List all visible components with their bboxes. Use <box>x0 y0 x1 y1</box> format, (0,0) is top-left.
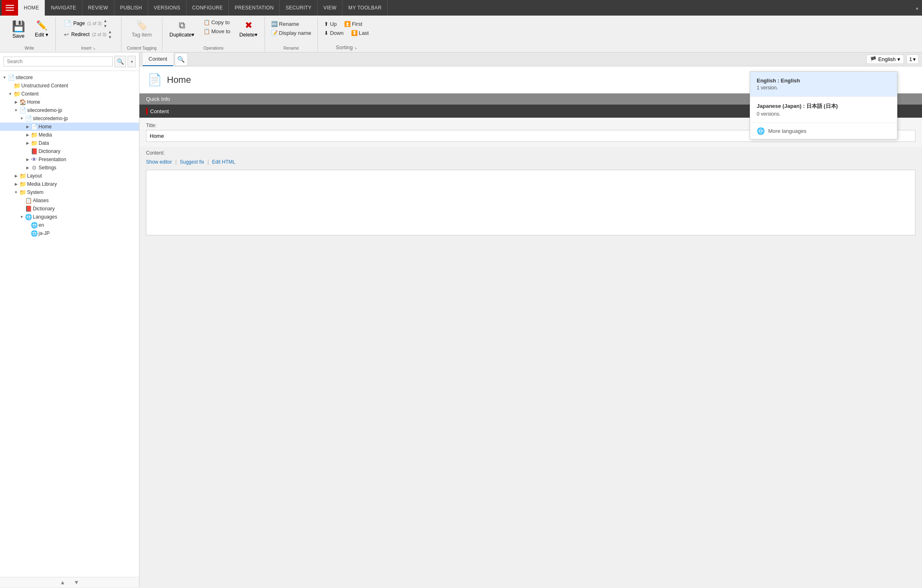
menu-tab-mytoolbar[interactable]: MY TOOLBAR <box>342 0 388 16</box>
menu-tab-home[interactable]: HOME <box>18 0 45 16</box>
label-data: Data <box>39 140 49 146</box>
expander-media[interactable]: ▶ <box>25 132 30 138</box>
tree-item-layout[interactable]: ▶ 📁 Layout <box>0 172 139 180</box>
tree-item-languages[interactable]: ▼ 🌐 Languages <box>0 213 139 221</box>
page-down-arrow[interactable]: ▼ <box>103 23 108 29</box>
expander-system[interactable]: ▼ <box>13 189 19 195</box>
tree-item-media-library[interactable]: ▶ 📁 Media Library <box>0 180 139 188</box>
copy-to-button[interactable]: 📋 Copy to <box>201 18 233 27</box>
tree-item-settings[interactable]: ▶ ⚙ Settings <box>0 164 139 172</box>
tree-item-sitecoredemo-jp-l3[interactable]: ▼ 📄 sitecoredemo-jp <box>0 114 139 123</box>
content-area: Content 🔍 🏴 English ▾ 1 ▾ 📄 Home Quick I… <box>139 52 922 587</box>
move-to-button[interactable]: 📋 Move to <box>201 27 233 36</box>
sidebar-scroll-down[interactable]: ▼ <box>74 579 80 586</box>
icon-content-home: 🏠 <box>19 99 26 105</box>
expander-content[interactable]: ▼ <box>7 91 13 97</box>
lang-popup-english[interactable]: English : English 1 version. <box>750 72 897 97</box>
menu-tab-view[interactable]: VIEW <box>317 0 342 16</box>
tree-item-home-selected[interactable]: ▶ 📄 Home <box>0 123 139 131</box>
redirect-down-arrow[interactable]: ▼ <box>107 34 113 40</box>
expander-unstructured[interactable] <box>7 83 13 89</box>
tree-item-en[interactable]: 🌐 en <box>0 221 139 229</box>
tag-item-button[interactable]: 🏷️ Tag item <box>128 18 155 40</box>
expander-settings[interactable]: ▶ <box>25 165 30 171</box>
icon-media-library: 📁 <box>19 181 26 187</box>
expander-home-selected[interactable]: ▶ <box>25 124 30 130</box>
language-selector[interactable]: 🏴 English ▾ <box>866 55 904 64</box>
lang-popup-japanese[interactable]: Japanese (Japan) : 日本語 (日本) 0 versions. <box>750 97 897 123</box>
search-button[interactable]: 🔍 <box>114 56 126 67</box>
label-presentation: Presentation <box>39 157 66 162</box>
sidebar-scroll-up[interactable]: ▲ <box>60 579 66 586</box>
tree-item-content[interactable]: ▼ 📁 Content <box>0 90 139 98</box>
expander-data[interactable]: ▶ <box>25 140 30 146</box>
menu-arrow[interactable]: ▲ <box>914 0 920 16</box>
sidebar: 🔍 ▾ ▼ 📄 sitecore 📁 Unstructured Content … <box>0 52 139 587</box>
search-dropdown-button[interactable]: ▾ <box>128 56 136 67</box>
tree-item-aliases[interactable]: 📋 Aliases <box>0 196 139 205</box>
menu-tab-security[interactable]: SECURITY <box>280 0 317 16</box>
tree-item-dictionary-sitecoredemo[interactable]: 📕 Dictionary <box>0 147 139 155</box>
delete-button[interactable]: ✖ Delete▾ <box>235 18 261 40</box>
menu-tab-navigate[interactable]: NAVIGATE <box>45 0 82 16</box>
menu-tab-versions[interactable]: VERSIONS <box>148 0 186 16</box>
rename-button[interactable]: 🔤 Rename <box>268 20 314 28</box>
tab-search[interactable]: 🔍 <box>175 53 188 66</box>
tree-item-content-home[interactable]: ▶ 🏠 Home <box>0 98 139 106</box>
edit-html-link[interactable]: Edit HTML <box>212 159 235 165</box>
tree-item-presentation[interactable]: ▶ 👁 Presentation <box>0 155 139 164</box>
operations-label: Operations <box>203 44 224 50</box>
label-dict-sd: Dictionary <box>39 148 60 154</box>
tree-item-ja-jp[interactable]: 🌐 ja-JP <box>0 229 139 237</box>
editor-links: Show editor | Suggest fix | Edit HTML <box>139 157 922 166</box>
menu-tab-review[interactable]: REVIEW <box>82 0 114 16</box>
expander-sitecoredemo-jp-l2[interactable]: ▼ <box>13 107 19 113</box>
show-editor-link[interactable]: Show editor <box>146 159 172 165</box>
expander-layout[interactable]: ▶ <box>13 173 19 179</box>
label-sitecoredemo-jp-l2: sitecoredemo-jp <box>27 107 62 113</box>
edit-icon: ✏️ <box>36 20 47 31</box>
display-name-button[interactable]: 📝 Display name <box>268 29 314 37</box>
last-button[interactable]: ⏬ Last <box>348 29 372 37</box>
up-button[interactable]: ⬆ Up <box>321 20 340 28</box>
page-up-arrow[interactable]: ▲ <box>103 18 108 23</box>
label-dict-sys: Dictionary <box>33 206 55 212</box>
tree-item-system[interactable]: ▼ 📁 System <box>0 188 139 196</box>
icon-dict-sd: 📕 <box>30 148 38 155</box>
tree-item-sitecore[interactable]: ▼ 📄 sitecore <box>0 73 139 82</box>
label-settings: Settings <box>39 165 56 171</box>
page-nav: 📄 Page (1 of 3) ▲ ▼ <box>64 18 113 29</box>
duplicate-button[interactable]: ⧉ Duplicate▾ <box>166 18 198 40</box>
hamburger-menu[interactable] <box>2 0 18 16</box>
tab-content[interactable]: Content <box>143 52 173 66</box>
expander-media-library[interactable]: ▶ <box>13 181 19 187</box>
tag-icon: 🏷️ <box>136 20 147 31</box>
lang-popup-more[interactable]: 🌐 More languages <box>750 123 897 139</box>
first-button[interactable]: ⏫ First <box>341 20 365 28</box>
search-input[interactable] <box>3 57 113 66</box>
version-selector[interactable]: 1 ▾ <box>906 55 919 64</box>
expander-content-home[interactable]: ▶ <box>13 99 19 105</box>
tree-item-unstructured[interactable]: 📁 Unstructured Content <box>0 82 139 90</box>
menu-tab-publish[interactable]: PUBLISH <box>114 0 148 16</box>
tree-item-data[interactable]: ▶ 📁 Data <box>0 139 139 147</box>
tree-item-media[interactable]: ▶ 📁 Media <box>0 131 139 139</box>
menu-tab-presentation[interactable]: PRESENTATION <box>229 0 280 16</box>
expander-languages[interactable]: ▼ <box>19 214 25 220</box>
content-editor-box[interactable] <box>146 170 915 235</box>
suggest-fix-link[interactable]: Suggest fix <box>180 159 204 165</box>
tree-item-sitecoredemo-jp-l2[interactable]: ▼ 📄 sitecoredemo-jp <box>0 106 139 114</box>
tree-item-dictionary-system[interactable]: 📕 Dictionary <box>0 205 139 213</box>
redirect-icon: ↩ <box>64 31 69 38</box>
save-button[interactable]: 💾 Save <box>7 18 30 41</box>
expander-sitecore[interactable]: ▼ <box>2 75 7 80</box>
edit-button[interactable]: ✏️ Edit ▾ <box>31 18 52 40</box>
expander-sitecoredemo-jp-l3[interactable]: ▼ <box>19 116 25 121</box>
menu-tab-configure[interactable]: CONFIGURE <box>187 0 229 16</box>
icon-presentation: 👁 <box>30 156 38 163</box>
redirect-up-arrow[interactable]: ▲ <box>107 29 113 34</box>
expander-ja-jp <box>25 230 30 236</box>
down-button[interactable]: ⬇ Down <box>321 29 346 37</box>
expander-presentation[interactable]: ▶ <box>25 157 30 162</box>
icon-ja-jp: 🌐 <box>30 230 38 237</box>
